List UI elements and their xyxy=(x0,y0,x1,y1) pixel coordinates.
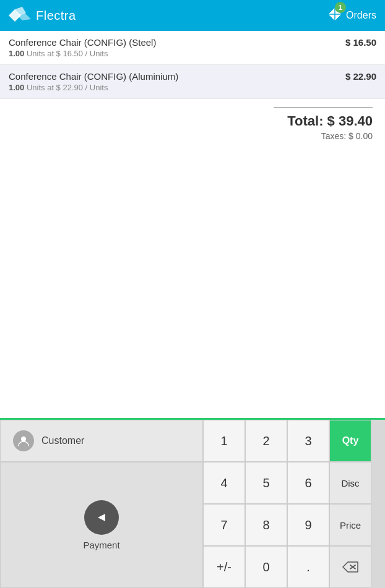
item-1-name: Conference Chair (CONFIG) (Steel) xyxy=(9,37,156,48)
item-2-price: $ 22.90 xyxy=(345,71,376,82)
logo: Flectra xyxy=(9,7,76,24)
payment-icon xyxy=(84,500,119,535)
total-divider xyxy=(274,108,373,108)
key-backspace[interactable] xyxy=(329,546,371,588)
key-1[interactable]: 1 xyxy=(203,420,245,462)
order-list: Conference Chair (CONFIG) (Steel) $ 16.5… xyxy=(0,31,385,310)
orders-count-badge: 1 xyxy=(335,2,346,13)
key-0[interactable]: 0 xyxy=(245,546,287,588)
order-item-2[interactable]: Conference Chair (CONFIG) (Aluminium) $ … xyxy=(0,65,385,99)
payment-label: Payment xyxy=(83,540,119,550)
key-disc[interactable]: Disc xyxy=(329,462,371,504)
key-5[interactable]: 5 xyxy=(245,462,287,504)
svg-marker-7 xyxy=(98,514,105,521)
customer-label: Customer xyxy=(41,435,84,446)
order-item-1[interactable]: Conference Chair (CONFIG) (Steel) $ 16.5… xyxy=(0,31,385,65)
item-2-detail: 1.00 Units at $ 22.90 / Units xyxy=(9,83,376,92)
orders-badge-wrap: 1 xyxy=(327,7,342,24)
customer-icon xyxy=(13,430,34,451)
key-decimal[interactable]: . xyxy=(287,546,329,588)
item-2-name: Conference Chair (CONFIG) (Aluminium) xyxy=(9,71,178,82)
key-9[interactable]: 9 xyxy=(287,504,329,546)
app-header: Flectra 1 Orders xyxy=(0,0,385,31)
key-price[interactable]: Price xyxy=(329,504,371,546)
key-4[interactable]: 4 xyxy=(203,462,245,504)
orders-label: Orders xyxy=(346,10,376,21)
svg-point-6 xyxy=(21,437,26,441)
key-3[interactable]: 3 xyxy=(287,420,329,462)
orders-button[interactable]: 1 Orders xyxy=(327,7,376,24)
total-amount: Total: $ 39.40 xyxy=(12,113,373,129)
key-6[interactable]: 6 xyxy=(287,462,329,504)
main-content: Conference Chair (CONFIG) (Steel) $ 16.5… xyxy=(0,31,385,588)
payment-button[interactable]: Payment xyxy=(0,462,203,588)
keypad-section: Customer 1 2 3 Qty Payment 4 5 xyxy=(0,418,385,588)
keypad-grid: Customer 1 2 3 Qty Payment 4 5 xyxy=(0,420,385,588)
key-7[interactable]: 7 xyxy=(203,504,245,546)
total-section: Total: $ 39.40 Taxes: $ 0.00 xyxy=(0,99,385,147)
logo-icon xyxy=(9,7,31,24)
item-1-detail: 1.00 Units at $ 16.50 / Units xyxy=(9,49,376,58)
logo-text: Flectra xyxy=(36,9,76,23)
item-1-price: $ 16.50 xyxy=(345,37,376,48)
key-8[interactable]: 8 xyxy=(245,504,287,546)
customer-button[interactable]: Customer xyxy=(0,420,203,462)
key-plusminus[interactable]: +/- xyxy=(203,546,245,588)
key-qty[interactable]: Qty xyxy=(329,420,371,462)
key-2[interactable]: 2 xyxy=(245,420,287,462)
taxes-line: Taxes: $ 0.00 xyxy=(12,131,373,141)
